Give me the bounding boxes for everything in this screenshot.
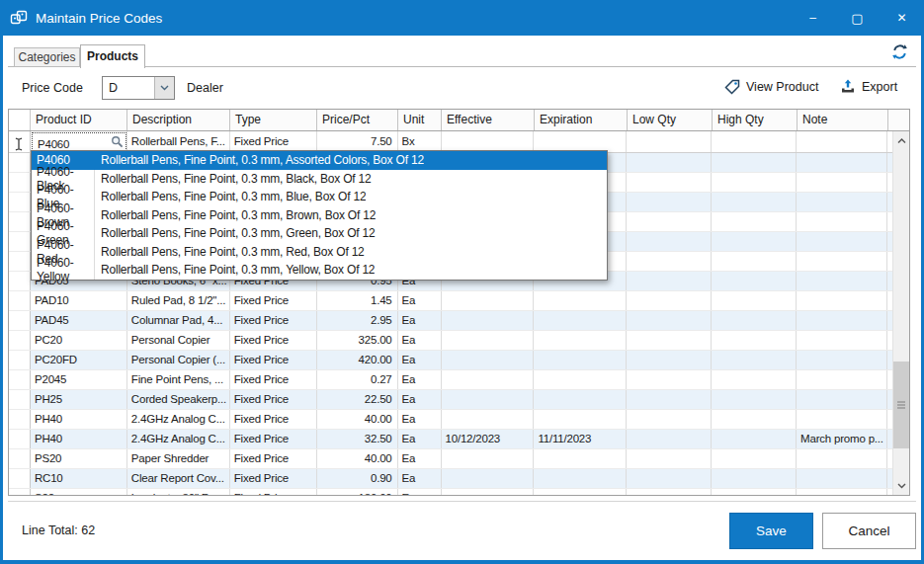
maximize-button[interactable]: ▢ (835, 0, 880, 36)
cell-high-qty (712, 153, 797, 172)
product-lookup-button[interactable] (111, 135, 124, 150)
tab-products[interactable]: Products (80, 44, 145, 68)
row-selector[interactable] (9, 212, 31, 231)
dropdown-item[interactable]: P4060-Blue Rollerball Pens, Fine Point, … (32, 188, 607, 206)
table-row[interactable]: PAD45 Columnar Pad, 4... Fixed Price 2.9… (9, 311, 893, 331)
table-row[interactable]: PC20 Personal Copier Fixed Price 325.00 … (9, 331, 893, 351)
cell-description: Personal Copier (127, 331, 230, 350)
cell-product-id: P2045 (31, 370, 127, 389)
table-row[interactable]: PH40 2.4GHz Analog C... Fixed Price 32.5… (9, 430, 893, 449)
table-row[interactable]: P2045 Fine Point Pens, ... Fixed Price 0… (9, 370, 893, 390)
cell-expiration (534, 351, 627, 369)
tab-categories[interactable]: Categories (14, 47, 80, 67)
table-row[interactable]: PC20FD Personal Copier (... Fixed Price … (9, 351, 893, 370)
cell-effective (442, 370, 535, 389)
maintain-price-codes-window: Maintain Price Codes – ▢ ✕ Categories Pr… (0, 0, 924, 564)
product-dropdown: P4060 Rollerball Pens, Fine Point, 0.3 m… (31, 150, 608, 281)
window-title: Maintain Price Codes (36, 11, 162, 26)
table-row[interactable]: RC10 Clear Report Cov... Fixed Price 0.9… (9, 469, 893, 489)
cell-low-qty (627, 193, 712, 211)
column-header-price-pct[interactable]: Price/Pct (317, 110, 398, 130)
line-total: Line Total: 62 (22, 524, 95, 537)
scrollbar-thumb[interactable] (893, 362, 909, 448)
view-product-button[interactable]: View Product (724, 77, 818, 97)
refresh-button[interactable] (889, 41, 909, 61)
dropdown-item[interactable]: P4060-Brown Rollerball Pens, Fine Point,… (32, 206, 607, 225)
edit-row-selector[interactable] (9, 131, 31, 152)
column-header-description[interactable]: Description (127, 110, 230, 130)
refresh-icon (891, 43, 908, 60)
table-row[interactable]: PH40 2.4GHz Analog C... Fixed Price 40.0… (9, 410, 893, 430)
export-button[interactable]: Export (840, 77, 897, 97)
table-row[interactable]: S22 Laminate, 30" R... Fixed Price 130.0… (9, 489, 893, 495)
price-code-dropdown-button[interactable] (154, 77, 174, 99)
table-row[interactable]: PH25 Corded Speakerp... Fixed Price 22.5… (9, 390, 893, 410)
cancel-button[interactable]: Cancel (822, 513, 916, 549)
row-selector[interactable] (9, 449, 31, 468)
row-selector[interactable] (9, 173, 31, 192)
chevron-down-icon (160, 85, 169, 91)
cell-expiration (534, 370, 627, 389)
cell-type: Fixed Price (230, 430, 317, 448)
scroll-down-button[interactable] (893, 477, 909, 494)
table-row[interactable]: PAD10 Ruled Pad, 8 1/2"... Fixed Price 1… (9, 291, 893, 311)
column-header-effective[interactable]: Effective (442, 110, 535, 130)
row-selector[interactable] (9, 489, 31, 495)
dropdown-item[interactable]: P4060-Green Rollerball Pens, Fine Point,… (32, 224, 607, 243)
grip-icon (897, 401, 905, 409)
row-selector[interactable] (9, 153, 31, 172)
row-selector[interactable] (9, 311, 31, 330)
save-button[interactable]: Save (729, 513, 813, 549)
close-button[interactable]: ✕ (880, 0, 924, 36)
row-selector[interactable] (9, 469, 31, 488)
dropdown-item[interactable]: P4060-Yellow Rollerball Pens, Fine Point… (32, 261, 607, 280)
column-header-unit[interactable]: Unit (398, 110, 442, 130)
row-selector[interactable] (9, 252, 31, 271)
row-selector[interactable] (9, 272, 31, 290)
cell-type: Fixed Price (230, 489, 317, 495)
column-header-low-qty[interactable]: Low Qty (628, 110, 713, 130)
column-header-high-qty[interactable]: High Qty (713, 110, 798, 130)
cell-high-qty (712, 311, 797, 330)
dropdown-item[interactable]: P4060-Red Rollerball Pens, Fine Point, 0… (32, 243, 607, 262)
cell-price: 40.00 (317, 410, 398, 429)
cell-note (797, 370, 887, 389)
cell-effective (442, 291, 535, 310)
table-row[interactable]: PS20 Paper Shredder Fixed Price 40.00 Ea (9, 449, 893, 469)
cell-low-qty (627, 212, 712, 231)
cell-price: 2.95 (317, 311, 398, 330)
scroll-up-button[interactable] (893, 132, 909, 149)
cell-high-qty (712, 232, 797, 251)
dropdown-item[interactable]: P4060 Rollerball Pens, Fine Point, 0.3 m… (32, 151, 607, 170)
cell-expiration (534, 410, 627, 429)
cell-high-qty (712, 430, 797, 448)
line-total-label: Line Total: (22, 524, 78, 537)
minimize-button[interactable]: – (791, 0, 835, 36)
row-selector[interactable] (9, 370, 31, 389)
cell-description: Personal Copier (... (127, 351, 230, 369)
product-id-editor[interactable]: P4060 (31, 131, 127, 152)
cell-expiration (534, 390, 627, 409)
column-header-note[interactable]: Note (798, 110, 888, 130)
column-header-expiration[interactable]: Expiration (535, 110, 628, 130)
cell-high-qty (712, 370, 797, 389)
row-selector[interactable] (9, 410, 31, 429)
dropdown-item[interactable]: P4060-Black Rollerball Pens, Fine Point,… (32, 170, 607, 189)
cell-low-qty (627, 430, 712, 448)
row-selector[interactable] (9, 430, 31, 448)
row-selector[interactable] (9, 232, 31, 251)
row-selector[interactable] (9, 331, 31, 350)
cell-type: Fixed Price (230, 370, 317, 389)
row-selector[interactable] (9, 193, 31, 211)
cell-product-id: PH40 (31, 430, 127, 448)
row-selector[interactable] (9, 390, 31, 409)
column-header-product-id[interactable]: Product ID (31, 110, 127, 130)
column-header-type[interactable]: Type (230, 110, 317, 130)
cell-expiration (534, 311, 627, 330)
dropdown-item-description: Rollerball Pens, Fine Point, 0.3 mm, Yel… (95, 261, 375, 280)
row-selector[interactable] (9, 291, 31, 310)
row-selector[interactable] (9, 351, 31, 369)
edit-row-type: Fixed Price (230, 131, 317, 152)
vertical-scrollbar[interactable] (892, 131, 909, 495)
price-code-select[interactable]: D (102, 76, 175, 100)
